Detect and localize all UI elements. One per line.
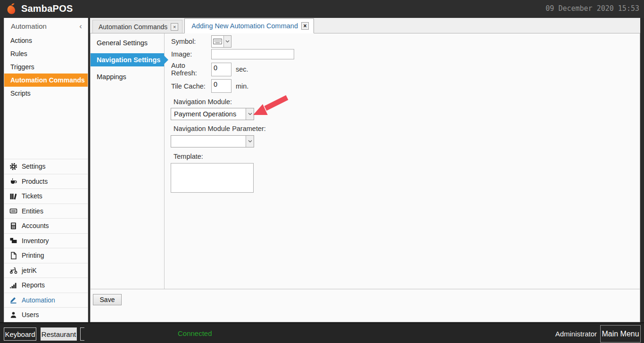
symbol-label: Symbol: xyxy=(171,38,211,45)
document-icon xyxy=(9,252,17,260)
sidebar-item-inventory[interactable]: Inventory xyxy=(4,233,88,248)
books-icon xyxy=(9,192,17,200)
calculator-icon xyxy=(9,222,17,230)
bar-chart-icon xyxy=(9,281,17,289)
image-label: Image: xyxy=(171,50,211,58)
auto-refresh-label: Auto Refresh: xyxy=(171,62,211,77)
sidebar-item-products[interactable]: Products xyxy=(4,174,88,189)
collapse-sidebar-icon[interactable]: ‹ xyxy=(79,22,82,30)
pencil-icon xyxy=(9,296,17,304)
title-bar: SambaPOS 09 December 2020 15:53 xyxy=(0,0,644,18)
sidebar-header: Automation ‹ xyxy=(4,18,88,34)
module-label: Entities xyxy=(22,207,43,215)
module-label: Users xyxy=(22,311,39,318)
navigation-module-label: Navigation Module: xyxy=(173,98,232,106)
terminal-button[interactable]: Restaurant xyxy=(41,327,77,341)
sidebar-item-automation-commands[interactable]: Automation Commands xyxy=(4,74,88,87)
tab-automation-commands[interactable]: Automation Commands × xyxy=(92,20,182,33)
settings-nav: General Settings Navigation Settings Map… xyxy=(91,33,165,289)
save-button[interactable]: Save xyxy=(93,294,122,305)
navigation-module-value: Payment Operations xyxy=(171,110,246,118)
symbol-dropdown[interactable] xyxy=(211,35,231,48)
tile-cache-row: Tile Cache: min. xyxy=(171,79,248,93)
close-tab-icon[interactable]: × xyxy=(301,22,309,30)
sidebar-item-automation[interactable]: Automation xyxy=(4,293,88,308)
tab-content-panel: General Settings Navigation Settings Map… xyxy=(90,33,640,322)
navigation-module-dropdown[interactable]: Payment Operations xyxy=(171,108,254,120)
module-label: Products xyxy=(22,178,48,185)
tab-adding-new-automation-command[interactable]: Adding New Automation Command × xyxy=(184,18,314,33)
sidebar-item-jetrik[interactable]: jetriK xyxy=(4,263,88,278)
symbol-row: Symbol: xyxy=(171,35,231,48)
auto-refresh-row: Auto Refresh: sec. xyxy=(171,62,248,77)
app-title: SambaPOS xyxy=(21,3,73,14)
module-label: Accounts xyxy=(22,222,49,229)
chevron-down-icon[interactable] xyxy=(223,36,231,47)
tab-label: Adding New Automation Command xyxy=(191,22,298,30)
sidebar-item-rules[interactable]: Rules xyxy=(4,47,88,60)
keyboard-button[interactable]: Keyboard xyxy=(4,327,36,341)
sidebar: Automation ‹ Actions Rules Triggers Auto… xyxy=(4,18,88,322)
nav-item-general-settings[interactable]: General Settings xyxy=(91,36,164,49)
template-textarea[interactable] xyxy=(171,163,254,193)
tile-cache-label: Tile Cache: xyxy=(171,82,211,90)
sidebar-item-tickets[interactable]: Tickets xyxy=(4,188,88,204)
annotation-arrow-icon xyxy=(249,94,290,118)
chevron-down-icon[interactable] xyxy=(246,108,254,120)
auto-refresh-unit: sec. xyxy=(236,65,248,73)
sidebar-item-settings[interactable]: Settings xyxy=(4,159,88,174)
sidebar-item-triggers[interactable]: Triggers xyxy=(4,60,88,74)
content-footer: Save xyxy=(91,289,640,322)
module-label: Reports xyxy=(22,281,45,289)
chevron-down-icon[interactable] xyxy=(246,136,254,147)
navigation-module-parameter-label: Navigation Module Parameter: xyxy=(173,125,266,132)
connection-status: Connected xyxy=(178,329,212,337)
datetime-display: 09 December 2020 15:53 xyxy=(545,4,639,13)
close-tab-icon[interactable]: × xyxy=(171,23,178,31)
sidebar-item-accounts[interactable]: Accounts xyxy=(4,218,88,233)
module-list: Settings Products Tickets Entities Accou… xyxy=(4,159,88,322)
sidebar-section-title: Automation xyxy=(11,22,47,30)
sidebar-item-actions[interactable]: Actions xyxy=(4,34,88,47)
image-input[interactable] xyxy=(211,49,294,59)
tab-label: Automation Commands xyxy=(99,23,167,31)
tile-cache-input[interactable] xyxy=(211,79,231,93)
empty-button-fragment xyxy=(80,327,84,341)
status-bar: Keyboard Restaurant Connected Administra… xyxy=(0,322,644,343)
sidebar-item-users[interactable]: Users xyxy=(4,307,88,322)
tab-strip: Automation Commands × Adding New Automat… xyxy=(90,18,640,33)
sidebar-item-entities[interactable]: Entities xyxy=(4,204,88,219)
module-label: jetriK xyxy=(22,267,37,274)
tile-cache-unit: min. xyxy=(236,82,248,90)
module-label: Inventory xyxy=(22,237,49,245)
sidebar-item-reports[interactable]: Reports xyxy=(4,278,88,293)
sidebar-item-printing[interactable]: Printing xyxy=(4,248,88,263)
module-label: Printing xyxy=(22,252,44,259)
barcode-card-icon xyxy=(9,207,17,215)
module-label: Tickets xyxy=(22,192,42,200)
logged-in-user: Administrator xyxy=(555,330,597,338)
sidebar-item-scripts[interactable]: Scripts xyxy=(4,87,88,100)
template-label: Template: xyxy=(173,153,203,160)
sambapos-flame-icon xyxy=(6,2,18,16)
scooter-icon xyxy=(9,266,17,274)
coffee-cup-icon xyxy=(9,177,17,185)
nav-item-mappings[interactable]: Mappings xyxy=(91,70,164,83)
keyboard-icon xyxy=(212,36,223,47)
main-menu-button[interactable]: Main Menu xyxy=(600,325,641,343)
navigation-module-parameter-dropdown[interactable] xyxy=(171,135,254,147)
gear-icon xyxy=(9,163,17,171)
person-icon xyxy=(9,311,17,319)
boxes-icon xyxy=(9,237,17,245)
nav-item-navigation-settings[interactable]: Navigation Settings xyxy=(91,53,164,66)
app-window: SambaPOS 09 December 2020 15:53 Automati… xyxy=(0,0,644,343)
module-label: Settings xyxy=(22,163,46,170)
auto-refresh-input[interactable] xyxy=(211,63,231,76)
image-row: Image: xyxy=(171,49,294,59)
app-logo: SambaPOS xyxy=(6,2,73,16)
module-label: Automation xyxy=(22,296,55,304)
